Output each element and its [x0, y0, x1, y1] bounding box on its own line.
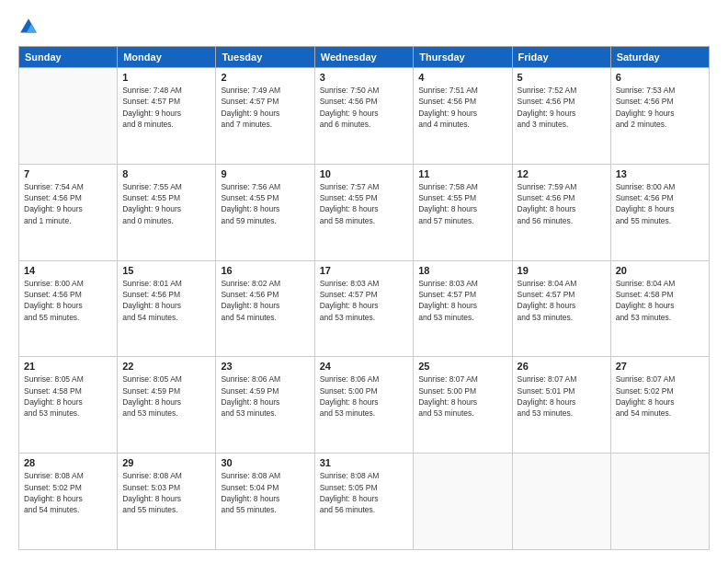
day-info: Sunrise: 8:06 AM Sunset: 4:59 PM Dayligh… — [221, 373, 309, 419]
header — [18, 17, 710, 37]
day-info: Sunrise: 7:51 AM Sunset: 4:56 PM Dayligh… — [418, 85, 506, 130]
calendar-cell: 26Sunrise: 8:07 AM Sunset: 5:01 PM Dayli… — [512, 357, 610, 454]
day-info: Sunrise: 8:05 AM Sunset: 4:58 PM Dayligh… — [24, 373, 112, 419]
day-info: Sunrise: 7:59 AM Sunset: 4:56 PM Dayligh… — [518, 181, 606, 226]
day-info: Sunrise: 7:58 AM Sunset: 4:55 PM Dayligh… — [418, 181, 506, 226]
day-number: 4 — [418, 72, 506, 83]
calendar-cell: 7Sunrise: 7:54 AM Sunset: 4:56 PM Daylig… — [19, 164, 118, 260]
day-info: Sunrise: 8:03 AM Sunset: 4:57 PM Dayligh… — [418, 278, 506, 323]
day-info: Sunrise: 7:57 AM Sunset: 4:55 PM Dayligh… — [320, 181, 409, 226]
calendar-cell: 4Sunrise: 7:51 AM Sunset: 4:56 PM Daylig… — [414, 68, 512, 165]
day-number: 19 — [518, 265, 606, 276]
day-info: Sunrise: 7:48 AM Sunset: 4:57 PM Dayligh… — [122, 85, 210, 130]
day-number: 17 — [320, 265, 409, 276]
day-of-week-header: Thursday — [414, 47, 512, 68]
calendar-cell — [610, 454, 709, 550]
day-info: Sunrise: 7:56 AM Sunset: 4:55 PM Dayligh… — [221, 181, 309, 226]
day-of-week-header: Monday — [118, 47, 216, 68]
calendar-week-row: 7Sunrise: 7:54 AM Sunset: 4:56 PM Daylig… — [19, 164, 710, 260]
calendar-cell: 25Sunrise: 8:07 AM Sunset: 5:00 PM Dayli… — [414, 357, 512, 454]
calendar-week-row: 1Sunrise: 7:48 AM Sunset: 4:57 PM Daylig… — [19, 68, 710, 165]
day-number: 7 — [24, 168, 112, 179]
day-number: 28 — [24, 457, 112, 468]
day-of-week-header: Saturday — [610, 47, 709, 68]
day-of-week-header: Wednesday — [314, 47, 414, 68]
calendar-cell: 31Sunrise: 8:08 AM Sunset: 5:05 PM Dayli… — [314, 454, 414, 550]
day-number: 23 — [221, 361, 309, 372]
day-info: Sunrise: 8:08 AM Sunset: 5:02 PM Dayligh… — [24, 470, 112, 515]
calendar-week-row: 21Sunrise: 8:05 AM Sunset: 4:58 PM Dayli… — [19, 357, 710, 454]
calendar-cell: 29Sunrise: 8:08 AM Sunset: 5:03 PM Dayli… — [118, 454, 216, 550]
logo-icon — [18, 17, 39, 37]
day-info: Sunrise: 7:49 AM Sunset: 4:57 PM Dayligh… — [221, 85, 309, 130]
day-info: Sunrise: 7:53 AM Sunset: 4:56 PM Dayligh… — [616, 85, 704, 130]
calendar-week-row: 14Sunrise: 8:00 AM Sunset: 4:56 PM Dayli… — [19, 260, 710, 357]
calendar-cell: 16Sunrise: 8:02 AM Sunset: 4:56 PM Dayli… — [216, 260, 314, 357]
day-number: 18 — [418, 265, 506, 276]
day-info: Sunrise: 8:04 AM Sunset: 4:57 PM Dayligh… — [518, 278, 606, 323]
calendar-cell: 14Sunrise: 8:00 AM Sunset: 4:56 PM Dayli… — [19, 260, 118, 357]
day-info: Sunrise: 8:00 AM Sunset: 4:56 PM Dayligh… — [616, 181, 704, 226]
day-info: Sunrise: 8:08 AM Sunset: 5:05 PM Dayligh… — [320, 470, 409, 515]
calendar-cell: 11Sunrise: 7:58 AM Sunset: 4:55 PM Dayli… — [414, 164, 512, 260]
calendar-cell: 6Sunrise: 7:53 AM Sunset: 4:56 PM Daylig… — [610, 68, 709, 165]
day-number: 12 — [518, 168, 606, 179]
calendar-cell: 1Sunrise: 7:48 AM Sunset: 4:57 PM Daylig… — [118, 68, 216, 165]
calendar-cell: 8Sunrise: 7:55 AM Sunset: 4:55 PM Daylig… — [118, 164, 216, 260]
day-info: Sunrise: 8:02 AM Sunset: 4:56 PM Dayligh… — [221, 278, 309, 323]
calendar-cell: 24Sunrise: 8:06 AM Sunset: 5:00 PM Dayli… — [314, 357, 414, 454]
day-number: 6 — [616, 72, 704, 83]
calendar-cell: 22Sunrise: 8:05 AM Sunset: 4:59 PM Dayli… — [118, 357, 216, 454]
calendar-cell: 15Sunrise: 8:01 AM Sunset: 4:56 PM Dayli… — [118, 260, 216, 357]
day-info: Sunrise: 8:08 AM Sunset: 5:04 PM Dayligh… — [221, 470, 309, 515]
calendar-cell: 5Sunrise: 7:52 AM Sunset: 4:56 PM Daylig… — [512, 68, 610, 165]
day-number: 29 — [122, 457, 210, 468]
day-of-week-header: Tuesday — [216, 47, 314, 68]
day-info: Sunrise: 8:05 AM Sunset: 4:59 PM Dayligh… — [122, 373, 210, 419]
day-number: 13 — [616, 168, 704, 179]
day-number: 11 — [418, 168, 506, 179]
day-info: Sunrise: 8:06 AM Sunset: 5:00 PM Dayligh… — [320, 373, 409, 419]
calendar-cell: 27Sunrise: 8:07 AM Sunset: 5:02 PM Dayli… — [610, 357, 709, 454]
calendar-cell: 17Sunrise: 8:03 AM Sunset: 4:57 PM Dayli… — [314, 260, 414, 357]
calendar-cell: 19Sunrise: 8:04 AM Sunset: 4:57 PM Dayli… — [512, 260, 610, 357]
day-number: 26 — [518, 361, 606, 372]
day-info: Sunrise: 8:07 AM Sunset: 5:02 PM Dayligh… — [616, 373, 704, 419]
day-number: 14 — [24, 265, 112, 276]
day-number: 15 — [122, 265, 210, 276]
day-info: Sunrise: 8:00 AM Sunset: 4:56 PM Dayligh… — [24, 278, 112, 323]
day-of-week-header: Friday — [512, 47, 610, 68]
day-number: 30 — [221, 457, 309, 468]
day-number: 16 — [221, 265, 309, 276]
day-number: 5 — [518, 72, 606, 83]
day-info: Sunrise: 8:08 AM Sunset: 5:03 PM Dayligh… — [122, 470, 210, 515]
day-info: Sunrise: 7:52 AM Sunset: 4:56 PM Dayligh… — [518, 85, 606, 130]
day-number: 3 — [320, 72, 409, 83]
calendar-cell: 10Sunrise: 7:57 AM Sunset: 4:55 PM Dayli… — [314, 164, 414, 260]
calendar-cell: 12Sunrise: 7:59 AM Sunset: 4:56 PM Dayli… — [512, 164, 610, 260]
calendar-cell — [512, 454, 610, 550]
day-number: 8 — [122, 168, 210, 179]
day-info: Sunrise: 7:50 AM Sunset: 4:56 PM Dayligh… — [320, 85, 409, 130]
calendar-cell — [414, 454, 512, 550]
day-number: 1 — [122, 72, 210, 83]
calendar-week-row: 28Sunrise: 8:08 AM Sunset: 5:02 PM Dayli… — [19, 454, 710, 550]
calendar-cell — [19, 68, 118, 165]
calendar-cell: 21Sunrise: 8:05 AM Sunset: 4:58 PM Dayli… — [19, 357, 118, 454]
calendar-cell: 28Sunrise: 8:08 AM Sunset: 5:02 PM Dayli… — [19, 454, 118, 550]
day-number: 25 — [418, 361, 506, 372]
day-info: Sunrise: 7:54 AM Sunset: 4:56 PM Dayligh… — [24, 181, 112, 226]
day-info: Sunrise: 8:03 AM Sunset: 4:57 PM Dayligh… — [320, 278, 409, 323]
day-number: 27 — [616, 361, 704, 372]
day-info: Sunrise: 8:04 AM Sunset: 4:58 PM Dayligh… — [616, 278, 704, 323]
calendar-cell: 18Sunrise: 8:03 AM Sunset: 4:57 PM Dayli… — [414, 260, 512, 357]
calendar-cell: 9Sunrise: 7:56 AM Sunset: 4:55 PM Daylig… — [216, 164, 314, 260]
day-info: Sunrise: 8:07 AM Sunset: 5:01 PM Dayligh… — [518, 373, 606, 419]
day-number: 10 — [320, 168, 409, 179]
day-number: 9 — [221, 168, 309, 179]
calendar-cell: 30Sunrise: 8:08 AM Sunset: 5:04 PM Dayli… — [216, 454, 314, 550]
calendar-cell: 2Sunrise: 7:49 AM Sunset: 4:57 PM Daylig… — [216, 68, 314, 165]
calendar-cell: 3Sunrise: 7:50 AM Sunset: 4:56 PM Daylig… — [314, 68, 414, 165]
calendar-body: 1Sunrise: 7:48 AM Sunset: 4:57 PM Daylig… — [19, 68, 710, 550]
day-info: Sunrise: 8:07 AM Sunset: 5:00 PM Dayligh… — [418, 373, 506, 419]
